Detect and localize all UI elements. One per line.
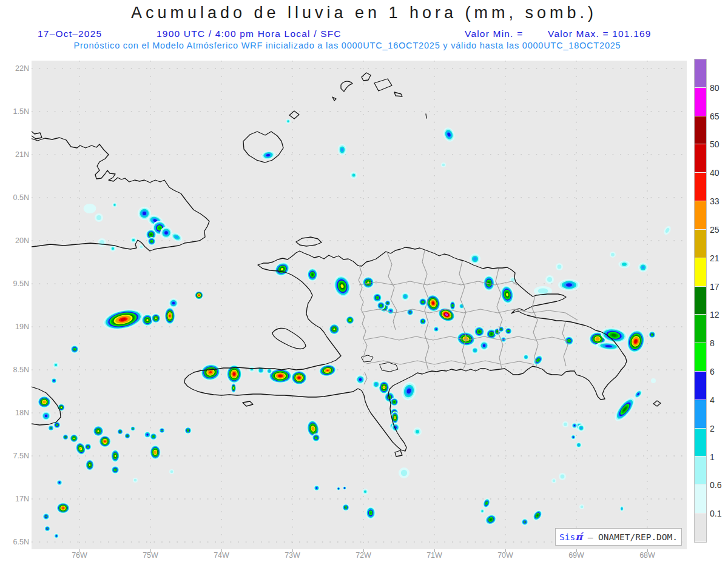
rain-cell [38,396,51,408]
wrf-rainfall-map-screenshot: { "header": { "title": "Acumulado de llu… [0,0,728,562]
rain-cell [329,324,340,335]
rain-cell [133,478,138,483]
x-tick-mark [79,549,80,552]
x-tick-mark [221,549,222,552]
attribution-text [582,532,588,542]
rain-cell [638,263,648,272]
rain-cell [286,119,291,124]
rain-cell [42,513,50,520]
colorbar-segment [695,315,706,343]
colorbar-segment [695,343,706,372]
page-title: Acumulado de lluvia en 1 hora (mm, somb.… [0,4,728,22]
colorbar-label: 40 [710,168,728,178]
x-tick-label: 76W [63,551,96,560]
rain-cell [184,427,192,434]
rain-cell [312,433,320,442]
rain-cell [56,503,70,513]
rain-cell [459,303,465,309]
rain-cell [169,298,178,308]
onamet-text: – ONAMET/REP.DOM. [588,532,678,542]
colorbar-label: 17 [710,282,728,292]
rain-cell [571,423,578,429]
model-run-line: Pronóstico con el Modelo Atmósferico WRF… [0,41,695,50]
rain-cell [342,504,349,511]
colorbar-segment [695,173,706,201]
rain-cell [558,279,580,290]
rain-cell [117,429,123,435]
rain-cell [372,380,380,389]
sispi-logo-text: Sis [559,532,575,542]
map-background [32,61,687,549]
rain-cell [559,473,566,480]
rain-cell [521,518,528,526]
rain-cell [98,238,106,247]
colorbar-label: 0.1 [710,509,728,518]
y-tick-label: 8.5N [0,366,29,374]
y-tick-label: 22N [0,64,29,73]
rain-cell [391,423,400,432]
rain-cell [366,506,376,520]
rain-cell [56,480,62,486]
colorbar-label: 80 [710,83,728,93]
colorbar-label: 65 [710,112,728,121]
x-tick-mark [434,549,435,552]
map-plot-area [32,61,687,549]
rain-cell [195,291,203,299]
valid-time: 1900 UTC / 4:00 pm Hora Local / SFC [157,28,342,39]
rain-cell [84,204,96,213]
rain-cell [164,307,175,325]
rain-cell [441,162,446,167]
colorbar-segment [695,429,706,457]
colorbar-segment [695,258,706,287]
rain-cell [62,434,69,440]
rain-cell [249,366,255,372]
x-tick-label: 74W [205,551,238,560]
y-tick-label: 20N [0,236,29,245]
rain-cell [147,237,156,246]
colorbar-label: 6 [710,367,728,376]
rain-cell [419,298,427,306]
rain-cell [471,347,479,354]
colorbar-segment [695,287,706,315]
rain-cell [433,326,439,332]
rain-cell [479,341,489,350]
colorbar-label: 12 [710,310,728,319]
colorbar-label: 0.6 [710,480,728,490]
rain-cell [51,378,57,384]
rain-cell [651,378,656,383]
rain-cell [346,316,354,324]
x-tick-mark [292,549,293,552]
rain-cell [307,268,318,281]
attribution-box: Sisπ́ – ONAMET/REP.DOM. [555,528,682,546]
colorbar-segment [695,485,706,513]
y-tick-label: 7.5N [0,452,29,460]
x-tick-mark [150,549,151,552]
rain-cell [124,433,130,439]
rain-cell [470,253,480,264]
rain-cell [291,370,307,384]
rain-cell [390,398,399,406]
y-tick-label: 9.5N [0,279,29,288]
rain-cell [151,313,161,323]
rain-cell [150,445,161,460]
rainfall-colorbar [695,59,706,542]
colorbar-label: 33 [710,196,728,206]
colorbar-segment [695,59,706,88]
rain-cell [362,489,368,495]
rain-cell [419,318,426,325]
rain-cell [337,487,340,490]
rain-cell [649,331,656,338]
rain-cell [112,202,117,207]
rain-cell [618,261,630,269]
x-tick-mark [576,549,577,552]
y-tick-label: 19N [0,323,29,331]
colorbar-segment [695,457,706,485]
colorbar-segment [695,230,706,258]
rain-cell [480,509,485,513]
rain-cell [578,424,585,432]
colorbar-segment [695,201,706,230]
rain-cell [610,252,616,258]
rain-cell [391,412,399,424]
rain-cell [95,213,103,222]
rain-cell [399,467,410,478]
